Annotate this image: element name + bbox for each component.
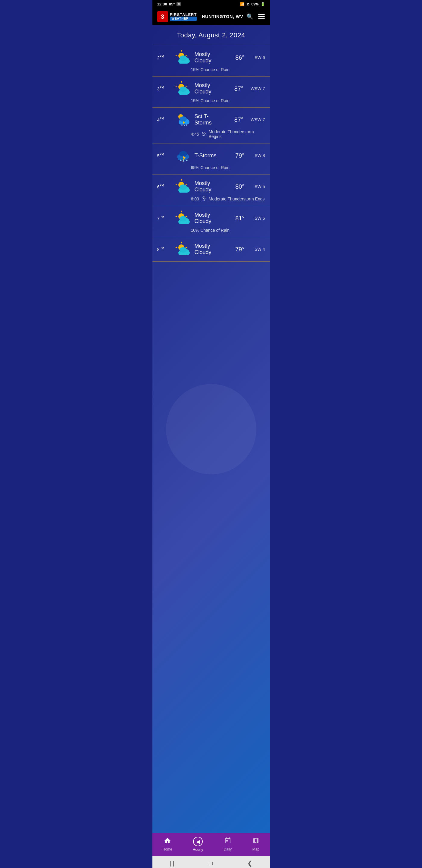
weather-detail: 15% Chance of Rain	[157, 98, 265, 103]
detail-text: 10% Chance of Rain	[191, 228, 230, 233]
detail-text: 65% Chance of Rain	[191, 165, 230, 170]
status-time: 12:30	[157, 2, 167, 6]
weather-icon	[175, 81, 191, 96]
condition-label: T-Storms	[195, 153, 227, 159]
channel-number: 3	[157, 11, 168, 22]
first-alert-label: FIRSTALERT	[170, 13, 197, 17]
weather-row-0: 2PM Mostly Cloudy86°SW 615% Chance of Ra…	[153, 45, 270, 76]
weather-rows-container: 2PM Mostly Cloudy86°SW 615% Chance of Ra…	[153, 45, 270, 261]
weather-row-3: 5PM T-Storms79°SW 865% Chance of Rain	[153, 144, 270, 175]
wind-label: SW 5	[252, 216, 265, 221]
wifi-icon: 📶	[240, 2, 245, 6]
weather-main: 6PM Mostly Cloudy80°SW 5	[157, 179, 265, 194]
app-header: 3 FIRSTALERT WEATHER HUNTINGTON, WV 🔍	[153, 8, 270, 25]
nav-item-map[interactable]: Map	[247, 836, 264, 852]
condition-label: Mostly Cloudy	[195, 243, 227, 255]
condition-label: Sct T-Storms	[195, 113, 226, 126]
alarm-icon: ⊘	[247, 2, 250, 6]
svg-point-26	[181, 124, 183, 126]
detail-text: 15% Chance of Rain	[191, 67, 230, 72]
status-temp: 85°	[169, 2, 175, 6]
weather-row-2: 4PM Sct T-Storms87°WSW 74:45⛈Moderate Th…	[153, 107, 270, 144]
temperature: 87°	[229, 116, 244, 123]
header-right	[258, 14, 265, 19]
status-bar: 12:30 85° ✕ 📶 ⊘ 69% 🔋	[153, 0, 270, 8]
weather-icon	[175, 112, 191, 127]
detail-text: Moderate Thunderstorm Begins	[209, 129, 265, 139]
logo-container: 3 FIRSTALERT WEATHER	[157, 11, 197, 22]
condition-label: Mostly Cloudy	[195, 212, 227, 224]
battery-icon: 🔋	[261, 2, 265, 6]
weather-time: 2PM	[157, 55, 172, 60]
nav-icon-hourly: ◀	[193, 837, 203, 846]
hamburger-menu[interactable]	[258, 14, 265, 19]
weather-time: 4PM	[157, 117, 172, 122]
bottom-nav: Home◀Hourly Daily Map	[153, 833, 270, 856]
nav-label-hourly: Hourly	[193, 847, 203, 852]
temperature: 79°	[230, 246, 245, 253]
home-button[interactable]: □	[209, 860, 213, 867]
temperature: 80°	[230, 183, 245, 190]
nav-label-map: Map	[252, 847, 259, 851]
weather-row-5: 7PM Mostly Cloudy81°SW 510% Chance of Ra…	[153, 206, 270, 237]
svg-point-37	[186, 160, 187, 161]
weather-time: 5PM	[157, 153, 172, 158]
nav-item-home[interactable]: Home	[158, 836, 177, 852]
weather-main: 2PM Mostly Cloudy86°SW 6	[157, 50, 265, 65]
temperature: 87°	[229, 85, 244, 92]
wind-label: SW 6	[252, 55, 265, 60]
weather-time: 6PM	[157, 184, 172, 189]
status-right: 📶 ⊘ 69% 🔋	[240, 2, 265, 6]
weather-time: 7PM	[157, 216, 172, 221]
weather-row-1: 3PM Mostly Cloudy87°WSW 715% Chance of R…	[153, 76, 270, 107]
weather-row-6: 8PM Mostly Cloudy79°SW 4	[153, 237, 270, 261]
svg-point-25	[180, 116, 187, 122]
wind-label: WSW 7	[251, 86, 265, 91]
svg-point-35	[180, 160, 181, 161]
weather-icon	[175, 241, 191, 257]
weather-icon	[175, 148, 191, 163]
logo-text: FIRSTALERT WEATHER	[170, 13, 197, 21]
search-icon[interactable]: 🔍	[247, 13, 253, 20]
nav-icon-map	[252, 837, 259, 846]
weather-detail: 15% Chance of Rain	[157, 67, 265, 72]
nav-label-home: Home	[163, 847, 172, 851]
weather-badge: WEATHER	[170, 17, 197, 21]
condition-label: Mostly Cloudy	[195, 180, 227, 193]
nav-icon-daily	[224, 837, 231, 846]
battery-percent: 69%	[251, 2, 258, 6]
weather-icon	[175, 179, 191, 194]
svg-point-28	[186, 124, 187, 126]
nav-item-daily[interactable]: Daily	[219, 836, 237, 852]
wind-label: SW 8	[252, 153, 265, 158]
detail-time: 6:00	[191, 196, 199, 201]
nav-item-hourly[interactable]: ◀Hourly	[188, 835, 208, 853]
status-x-icon: ✕	[176, 2, 181, 6]
condition-label: Mostly Cloudy	[195, 82, 226, 95]
svg-point-27	[184, 125, 185, 126]
location-text: HUNTINGTON, WV	[202, 14, 243, 19]
wind-label: WSW 7	[251, 117, 265, 122]
detail-icon: ⛈	[201, 131, 206, 137]
weather-main: 5PM T-Storms79°SW 8	[157, 148, 265, 163]
temperature: 86°	[230, 54, 245, 61]
svg-point-9	[180, 56, 187, 61]
weather-row-4: 6PM Mostly Cloudy80°SW 56:00⛈Moderate Th…	[153, 175, 270, 206]
nav-icon-home	[164, 837, 171, 846]
temperature: 81°	[230, 215, 245, 222]
recent-apps-button[interactable]: |||	[170, 860, 174, 867]
system-nav: ||| □ ❮	[153, 856, 270, 868]
svg-point-58	[180, 216, 187, 221]
weather-main: 3PM Mostly Cloudy87°WSW 7	[157, 81, 265, 96]
weather-detail: 65% Chance of Rain	[157, 165, 265, 170]
status-left: 12:30 85° ✕	[157, 2, 181, 6]
svg-point-34	[179, 151, 187, 156]
back-button[interactable]: ❮	[247, 860, 252, 867]
wind-label: SW 4	[252, 247, 265, 252]
weather-main: 4PM Sct T-Storms87°WSW 7	[157, 112, 265, 127]
svg-point-68	[180, 247, 187, 253]
weather-time: 3PM	[157, 86, 172, 91]
detail-text: Moderate Thunderstorm Ends	[209, 196, 265, 201]
nav-label-daily: Daily	[224, 847, 232, 851]
weather-icon	[175, 210, 191, 226]
